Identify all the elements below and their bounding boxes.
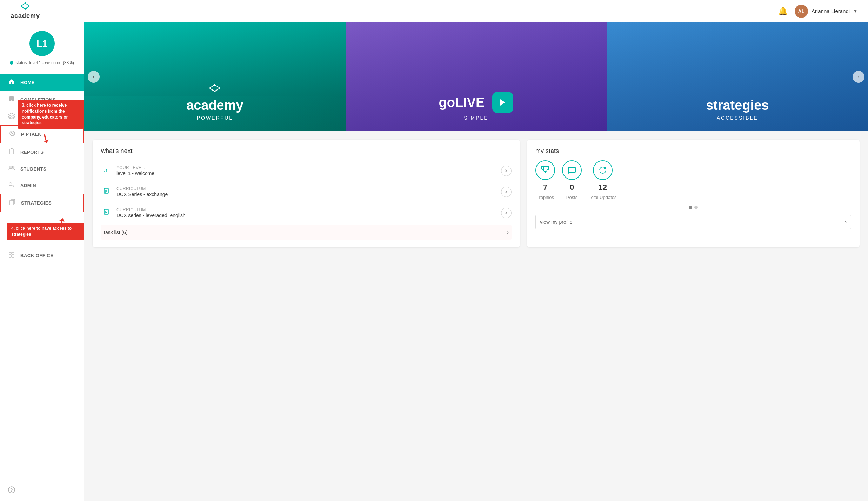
curriculum-2-content: Curriculum DCX series - leveraged_englis…	[116, 207, 496, 218]
annotation-3: 3. click here to receive notifications f…	[18, 100, 84, 129]
svg-rect-14	[12, 252, 14, 254]
chat-icon-circle	[562, 160, 582, 180]
view-profile-label: view my profile	[540, 219, 573, 225]
hero-slide-strategies: strategies ACCESSIBLE	[607, 22, 868, 131]
stat-posts: 0 Posts	[562, 160, 582, 200]
hero-carousel: academy POWERFUL goLIVE	[84, 22, 868, 131]
bottom-section: what's next Your Lev	[84, 131, 868, 256]
level-icon	[101, 167, 112, 175]
carousel-prev-button[interactable]: ‹	[88, 71, 100, 83]
sidebar-item-label: STRATEGIES	[21, 200, 52, 206]
chevron-down-icon: ▼	[853, 9, 857, 14]
whats-next-panel: what's next Your Lev	[93, 140, 520, 247]
hero-golive-row: goLIVE	[439, 92, 514, 113]
sidebar-item-reports[interactable]: REPORTS	[0, 143, 84, 161]
curriculum-2-icon	[101, 209, 112, 217]
top-navigation: academy 🔔 AL Arianna Llerandi ▼	[0, 0, 868, 22]
home-icon	[8, 79, 15, 87]
svg-point-19	[214, 84, 215, 85]
svg-marker-21	[500, 99, 505, 106]
carousel-next-button[interactable]: ›	[853, 71, 864, 83]
svg-rect-10	[10, 200, 14, 205]
clipboard-icon	[8, 148, 15, 156]
hero-slide-academy: academy POWERFUL	[84, 22, 346, 131]
sidebar: L1 status: level 1 - welcome (33%) 3. cl…	[0, 22, 84, 501]
trophies-value: 7	[543, 183, 547, 192]
next-item-curriculum-1[interactable]: Curriculum DCX Series - exchange >	[101, 181, 512, 202]
sidebar-item-backoffice[interactable]: BACK OFFICE	[0, 247, 84, 264]
svg-rect-13	[9, 252, 11, 254]
layers-icon	[8, 113, 15, 120]
svg-rect-3	[9, 149, 14, 154]
app-name: academy	[11, 12, 40, 20]
curriculum-1-content: Curriculum DCX Series - exchange	[116, 186, 496, 197]
sidebar-item-label: PIPTALK	[21, 132, 41, 137]
updates-label: Total Updates	[589, 195, 617, 200]
profile-avatar: L1	[29, 31, 55, 56]
hero-title-academy: academy	[186, 98, 243, 113]
stats-dot-2[interactable]	[694, 206, 698, 209]
trophies-label: Trophies	[536, 195, 554, 200]
stats-dot-1[interactable]	[689, 206, 692, 209]
sidebar-item-students[interactable]: STUDENTS	[0, 161, 84, 177]
main-content: academy POWERFUL goLIVE	[84, 22, 868, 501]
notification-bell[interactable]: 🔔	[778, 7, 788, 16]
view-profile-arrow: ›	[845, 219, 847, 225]
hero-golive-text: goLIVE	[439, 95, 485, 110]
svg-rect-16	[12, 255, 14, 257]
next-item-curriculum-2[interactable]: Curriculum DCX series - leveraged_englis…	[101, 202, 512, 223]
sidebar-bottom	[0, 480, 84, 501]
user-profile-menu[interactable]: AL Arianna Llerandi ▼	[795, 5, 857, 18]
task-list-label: task list (6)	[104, 229, 128, 235]
whats-next-title: what's next	[101, 147, 512, 155]
svg-rect-32	[104, 209, 108, 214]
my-stats-title: my stats	[535, 147, 851, 155]
app-logo: academy	[11, 2, 40, 20]
svg-rect-15	[9, 255, 11, 257]
hero-subtitle-academy: POWERFUL	[186, 115, 243, 121]
stat-trophies: 7 Trophies	[535, 160, 555, 200]
key-icon	[8, 182, 15, 189]
view-profile-button[interactable]: view my profile ›	[535, 215, 851, 229]
sidebar-item-label: REPORTS	[20, 149, 44, 155]
hero-subtitle-strategies: ACCESSIBLE	[706, 115, 769, 121]
svg-point-2	[12, 132, 13, 134]
sidebar-item-label: BACK OFFICE	[20, 253, 53, 258]
app-layout: L1 status: level 1 - welcome (33%) 3. cl…	[0, 22, 868, 501]
copy-icon	[8, 199, 16, 207]
svg-point-18	[11, 491, 12, 492]
curriculum-icon	[101, 188, 112, 196]
grid-icon	[8, 252, 15, 260]
trophy-icon-circle	[535, 160, 555, 180]
updates-value: 12	[599, 183, 607, 192]
refresh-icon-circle	[593, 160, 613, 180]
svg-point-9	[9, 183, 12, 186]
help-icon[interactable]	[8, 488, 15, 495]
stats-grid: 7 Trophies 0 Posts	[535, 160, 851, 200]
profile-status: status: level 1 - welcome (33%)	[10, 60, 74, 65]
curriculum-2-arrow[interactable]: >	[501, 208, 512, 218]
sidebar-item-home[interactable]: HOME	[0, 74, 84, 91]
sidebar-item-strategies[interactable]: STRATEGIES	[0, 194, 84, 212]
user-name: Arianna Llerandi	[812, 8, 850, 14]
golive-play-button[interactable]	[492, 92, 513, 113]
task-list-bar[interactable]: task list (6) ›	[101, 225, 512, 240]
annotation-4: 4. click here to have access to strategi…	[7, 223, 84, 240]
users-circle-icon	[8, 130, 16, 138]
sidebar-item-label: STUDENTS	[20, 166, 46, 172]
svg-point-7	[10, 166, 12, 168]
avatar: AL	[795, 5, 808, 18]
academy-logo-icon	[186, 84, 243, 96]
hero-content-academy: academy POWERFUL	[186, 84, 243, 121]
hero-subtitle-golive: SIMPLE	[439, 115, 514, 121]
people-icon	[8, 165, 15, 173]
level-arrow[interactable]: >	[501, 166, 512, 176]
sidebar-item-admin[interactable]: ADMIN	[0, 177, 84, 194]
hero-title-strategies: strategies	[706, 98, 769, 113]
nav-right-area: 🔔 AL Arianna Llerandi ▼	[778, 5, 857, 18]
stat-updates: 12 Total Updates	[589, 160, 617, 200]
hero-content-strategies: strategies ACCESSIBLE	[706, 98, 769, 121]
next-item-level[interactable]: Your Level: level 1 - welcome >	[101, 160, 512, 181]
sidebar-profile: L1 status: level 1 - welcome (33%)	[0, 22, 84, 71]
curriculum-1-arrow[interactable]: >	[501, 187, 512, 197]
